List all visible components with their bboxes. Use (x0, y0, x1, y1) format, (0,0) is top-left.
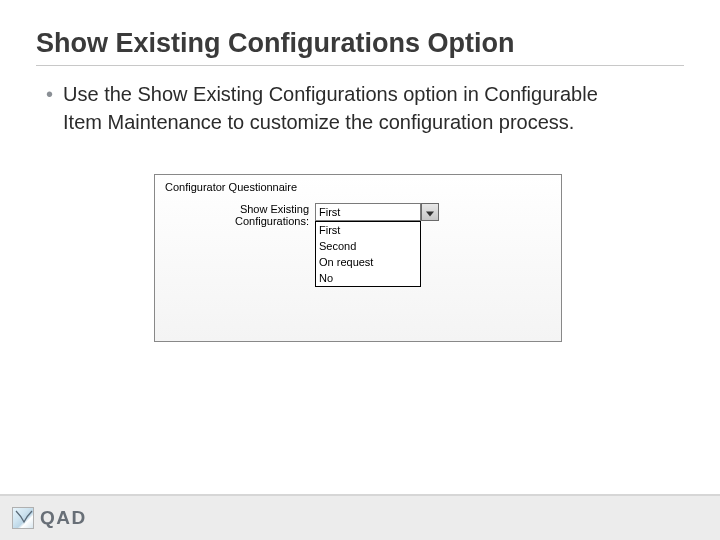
brand-name: QAD (40, 507, 87, 529)
combobox[interactable]: First (315, 203, 439, 221)
combobox-item[interactable]: Second (316, 238, 420, 254)
combobox-list[interactable]: First Second On request No (315, 221, 421, 287)
combobox-container: First First Second On request No (315, 203, 439, 287)
groupbox-label: Configurator Questionnaire (165, 181, 551, 193)
footer-bar: QAD (0, 494, 720, 540)
combobox-dropdown-button[interactable] (421, 203, 439, 221)
combobox-item[interactable]: On request (316, 254, 420, 270)
brand-mark-icon (12, 507, 34, 529)
bullet-marker: • (46, 80, 53, 108)
slide-title: Show Existing Configurations Option (36, 28, 684, 66)
combobox-item[interactable]: First (316, 222, 420, 238)
combobox-item[interactable]: No (316, 270, 420, 286)
field-row: Show Existing Configurations: First Firs… (165, 203, 551, 287)
slide: Show Existing Configurations Option • Us… (0, 0, 720, 540)
chevron-down-icon (426, 203, 434, 221)
bullet-text: Use the Show Existing Configurations opt… (63, 80, 623, 136)
config-panel: Configurator Questionnaire Show Existing… (154, 174, 562, 342)
slide-body: • Use the Show Existing Configurations o… (36, 80, 684, 342)
combobox-value[interactable]: First (315, 203, 421, 221)
bullet-item: • Use the Show Existing Configurations o… (46, 80, 684, 136)
field-label: Show Existing Configurations: (165, 203, 315, 227)
brand-logo: QAD (12, 507, 87, 529)
